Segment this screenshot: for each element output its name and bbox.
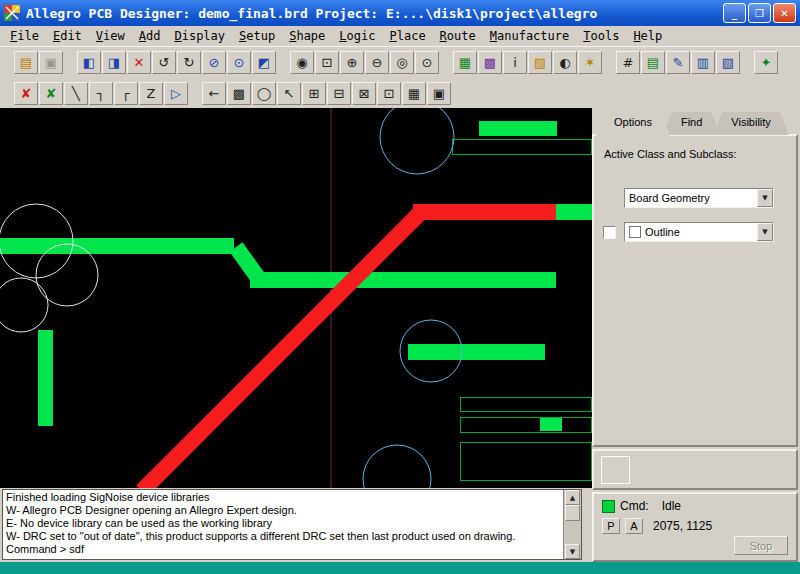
menu-item-help[interactable]: Help [626, 27, 669, 45]
command-console[interactable]: Finished loading SigNoise device librari… [2, 489, 582, 560]
allegro-window: Allegro PCB Designer: demo_final.brd Pro… [0, 0, 800, 574]
zoom-in-icon[interactable]: ⊕ [340, 51, 364, 74]
menu-item-tools[interactable]: Tools [576, 27, 626, 45]
mirror-icon[interactable]: ◨ [102, 51, 126, 74]
maximize-button[interactable]: ❐ [748, 3, 771, 23]
close-button[interactable]: ✕ [773, 3, 796, 23]
tab-find[interactable]: Find [663, 112, 720, 135]
toolbar-route-shape: ✘✘╲┐┌Z▷←▩◯↖⊞⊟⊠⊡▦▣ [0, 78, 800, 108]
console-line: W- Allegro PCB Designer opening an Alleg… [6, 504, 563, 517]
status-indicator [602, 500, 615, 513]
unfix-icon[interactable]: ⊙ [227, 51, 251, 74]
rats-icon[interactable]: ✘ [39, 82, 63, 105]
menu-item-manufacture[interactable]: Manufacture [483, 27, 576, 45]
label-tune-icon[interactable]: ▤ [641, 51, 665, 74]
menu-item-setup[interactable]: Setup [232, 27, 282, 45]
move-icon[interactable]: ◧ [77, 51, 101, 74]
info-icon[interactable]: i [503, 51, 527, 74]
zoom-previous-icon[interactable]: ⊙ [415, 51, 439, 74]
etch-edit-icon[interactable]: ✎ [666, 51, 690, 74]
menu-item-view[interactable]: View [89, 27, 132, 45]
color-priority-icon[interactable]: ▦ [453, 51, 477, 74]
shadow-mode-icon[interactable]: ◐ [553, 51, 577, 74]
console-line: W- DRC set to "out of date", this produc… [6, 530, 563, 543]
waive-drc-icon[interactable]: ▨ [528, 51, 552, 74]
zoom-out-icon[interactable]: ⊖ [365, 51, 389, 74]
menu-item-display[interactable]: Display [167, 27, 232, 45]
chevron-down-icon[interactable]: ▼ [757, 189, 773, 207]
cmd-label: Cmd: [620, 499, 649, 513]
titlebar[interactable]: Allegro PCB Designer: demo_final.brd Pro… [0, 0, 800, 26]
assign-color-icon[interactable]: ▩ [478, 51, 502, 74]
island-delete-icon[interactable]: ⊡ [377, 82, 401, 105]
minimize-button[interactable]: _ [723, 3, 746, 23]
custom-smooth-icon[interactable]: ┐ [89, 82, 113, 105]
shape-subtract-icon[interactable]: ⊟ [327, 82, 351, 105]
minimap-viewport[interactable] [601, 456, 630, 484]
highlight-icon[interactable]: ◩ [252, 51, 276, 74]
class-dropdown[interactable]: Board Geometry ▼ [624, 188, 774, 208]
class-dropdown-value: Board Geometry [625, 192, 757, 204]
grid-toggle-icon[interactable]: # [616, 51, 640, 74]
pcb-canvas[interactable] [0, 108, 592, 488]
menu-item-add[interactable]: Add [132, 27, 168, 45]
menu-item-route[interactable]: Route [433, 27, 483, 45]
app-icon [4, 5, 20, 21]
scroll-up-icon[interactable]: ▲ [565, 490, 580, 505]
hatch-icon[interactable]: ▦ [402, 82, 426, 105]
menu-item-shape[interactable]: Shape [282, 27, 332, 45]
zoom-points-icon[interactable]: ◉ [290, 51, 314, 74]
dimming-icon[interactable]: ✶ [578, 51, 602, 74]
menu-item-logic[interactable]: Logic [332, 27, 382, 45]
layer-color-swatch [629, 226, 641, 238]
chevron-down-icon[interactable]: ▼ [757, 223, 773, 241]
previous-view-icon[interactable]: ← [202, 82, 226, 105]
minimap-panel[interactable] [592, 449, 798, 490]
console-lines: Finished loading SigNoise device librari… [6, 491, 563, 558]
unrats-icon[interactable]: ✘ [14, 82, 38, 105]
cross-section-icon[interactable]: ▥ [691, 51, 715, 74]
window-title: Allegro PCB Designer: demo_final.brd Pro… [26, 6, 597, 21]
stop-button[interactable]: Stop [734, 536, 788, 555]
console-scrollbar[interactable]: ▲ ▼ [563, 490, 581, 559]
tab-visibility[interactable]: Visibility [713, 112, 789, 135]
status-panel: Cmd: Idle P A 2075, 1125 Stop [592, 492, 798, 562]
console-line: E- No device library can be used as the … [6, 517, 563, 530]
save-icon[interactable]: ▣ [39, 51, 63, 74]
options-panel: Active Class and Subclass: Board Geometr… [592, 134, 798, 447]
menu-item-file[interactable]: File [3, 27, 46, 45]
scroll-thumb[interactable] [565, 505, 580, 521]
properties-icon[interactable]: ▧ [716, 51, 740, 74]
auto-route-icon[interactable]: ▷ [164, 82, 188, 105]
menu-item-edit[interactable]: Edit [46, 27, 89, 45]
toolbar-main: ▤▣◧◨✕↺↻⊘⊙◩◉⊡⊕⊖◎⊙▦▩i▨◐✶#▤✎▥▧✦ [0, 46, 800, 78]
menubar: FileEditViewAddDisplaySetupShapeLogicPla… [0, 26, 800, 46]
menu-item-place[interactable]: Place [382, 27, 432, 45]
open-icon[interactable]: ▤ [14, 51, 38, 74]
scroll-down-icon[interactable]: ▼ [565, 544, 580, 559]
shape-circle-icon[interactable]: ◯ [252, 82, 276, 105]
tab-options[interactable]: Options [596, 112, 670, 136]
delete-icon[interactable]: ✕ [127, 51, 151, 74]
subclass-checkbox[interactable] [603, 226, 616, 239]
shape-rect-icon[interactable]: ⊞ [302, 82, 326, 105]
undo-icon[interactable]: ↺ [152, 51, 176, 74]
pcb-design [0, 108, 592, 488]
constraint-manager-icon[interactable]: ✦ [754, 51, 778, 74]
zoom-fit-icon[interactable]: ⊡ [315, 51, 339, 74]
zoom-world-icon[interactable]: ◎ [390, 51, 414, 74]
application-mode-button[interactable]: A [625, 518, 643, 534]
delay-tune-icon[interactable]: ┌ [114, 82, 138, 105]
slide-icon[interactable]: ╲ [64, 82, 88, 105]
shape-polygon-icon[interactable]: ▩ [227, 82, 251, 105]
pick-button[interactable]: P [602, 518, 620, 534]
subclass-dropdown[interactable]: Outline ▼ [624, 222, 774, 242]
shape-edit-icon[interactable]: ▣ [427, 82, 451, 105]
fix-icon[interactable]: ⊘ [202, 51, 226, 74]
select-shape-icon[interactable]: ↖ [277, 82, 301, 105]
shape-merge-icon[interactable]: ⊠ [352, 82, 376, 105]
side-panel-tabs: OptionsFindVisibility [596, 112, 782, 135]
redo-icon[interactable]: ↻ [177, 51, 201, 74]
zcopy-icon[interactable]: Z [139, 82, 163, 105]
taskbar-strip [0, 562, 800, 574]
